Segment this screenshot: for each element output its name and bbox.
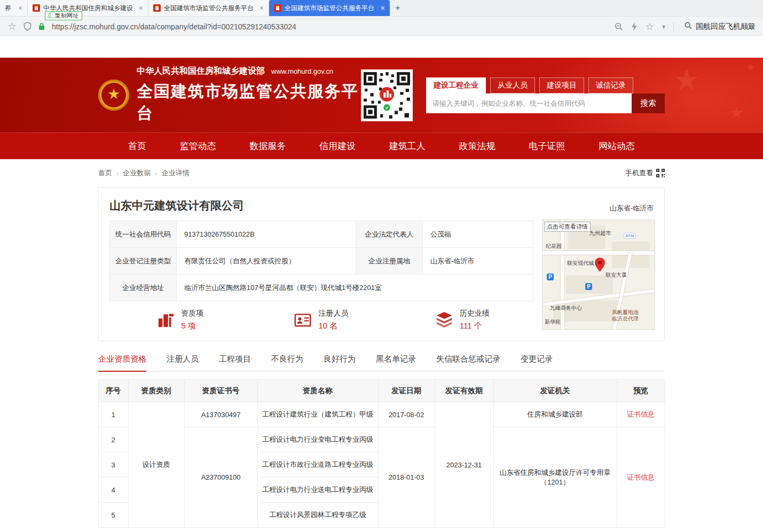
new-tab-button[interactable]: + xyxy=(390,0,406,16)
browser-tab-partial[interactable]: 界 × xyxy=(0,0,28,16)
cert-info-link[interactable]: 证书信息 xyxy=(627,473,655,481)
decorative-star-icon: ★ xyxy=(746,62,756,73)
col-header-serial: 序号 xyxy=(98,380,128,402)
map-label-atm: ATM xyxy=(624,233,635,239)
field-label: 统一社会信用代码 xyxy=(110,221,177,248)
map-widget[interactable]: 点击可查看详情 九州超市 ATM 纪花园 联安现代城 联安大厦 九峰商务中心 新… xyxy=(542,220,655,330)
nav-item-workers[interactable]: 建筑工人 xyxy=(389,140,426,152)
search-tab-credit[interactable]: 诚信记录 xyxy=(588,77,633,93)
stat-qualifications[interactable]: 资质项 5 项 xyxy=(109,309,250,331)
search-tab-personnel[interactable]: 从业人员 xyxy=(490,77,535,93)
breadcrumb-separator: › xyxy=(116,169,119,177)
cert-info-link[interactable]: 证书信息 xyxy=(627,410,655,418)
nav-item-policy[interactable]: 政策法规 xyxy=(459,140,495,152)
zoom-out-icon[interactable] xyxy=(615,22,623,31)
browser-tab-bar: 界 × 中华人民共和国住房和城乡建设 × 全国建筑市场监管公共服务平台 × 全国… xyxy=(0,0,763,17)
cell-issue-date: 2017-08-02 xyxy=(378,402,435,427)
nav-item-certificates[interactable]: 电子证照 xyxy=(529,140,565,152)
col-header-issue-date: 发证日期 xyxy=(378,380,435,402)
info-row: 企业登记注册类型 有限责任公司（自然人投资或控股） 企业注册属地 山东省-临沂市 xyxy=(110,248,533,275)
decorative-star-icon: ★ xyxy=(729,105,744,121)
hot-search-box[interactable]: 国航回应飞机颠簸 xyxy=(673,22,756,32)
breadcrumb-home[interactable]: 首页 xyxy=(98,168,112,178)
tab-title: 界 xyxy=(5,4,15,13)
nav-item-home[interactable]: 首页 xyxy=(128,140,146,152)
browser-tab-active[interactable]: 全国建筑市场监管公共服务平台 × xyxy=(269,0,390,16)
url-text[interactable]: https://jzsc.mohurd.gov.cn/data/company/… xyxy=(52,22,296,31)
tab-title: 全国建筑市场监管公共服务平台 xyxy=(164,4,256,13)
nav-item-supervision[interactable]: 监管动态 xyxy=(180,140,216,152)
search-button[interactable]: 搜索 xyxy=(632,93,665,113)
search-tab-project[interactable]: 建设项目 xyxy=(539,77,584,93)
tab-close-icon[interactable]: × xyxy=(381,4,385,12)
company-name: 山东中元建筑设计有限公司 xyxy=(109,198,654,213)
national-emblem-logo xyxy=(98,80,129,111)
company-region: 山东省-临沂市 xyxy=(610,204,654,213)
cell-preview: 证书信息 xyxy=(617,427,665,528)
map-road xyxy=(542,251,655,255)
tab-bad-behavior[interactable]: 不良行为 xyxy=(271,354,303,371)
field-label: 企业法定代表人 xyxy=(356,221,423,248)
tab-good-behavior[interactable]: 良好行为 xyxy=(324,354,356,371)
stat-historical-performance[interactable]: 历史业绩 111 个 xyxy=(392,309,533,331)
map-label: 纪花园 xyxy=(546,242,562,250)
nav-item-news[interactable]: 网站动态 xyxy=(599,140,635,152)
tab-blacklist[interactable]: 黑名单记录 xyxy=(376,354,416,371)
nav-item-credit[interactable]: 信用建设 xyxy=(319,140,356,152)
shield-icon[interactable] xyxy=(23,22,32,31)
id-card-person-icon xyxy=(294,311,312,329)
tab-close-icon[interactable]: × xyxy=(259,4,264,12)
copy-icon xyxy=(49,13,53,18)
nav-item-data-service[interactable]: 数据服务 xyxy=(249,140,286,152)
stat-value: 111 个 xyxy=(460,321,490,331)
company-stats: 资质项 5 项 注册人员 10 名 历史业绩 111 个 xyxy=(109,309,533,331)
field-value-legal-rep: 公茂福 xyxy=(423,221,533,248)
company-detail-card: 山东中元建筑设计有限公司 山东省-临沂市 统一社会信用代码 9137130267… xyxy=(98,187,665,341)
breadcrumb-detail[interactable]: 企业详情 xyxy=(162,168,190,178)
map-label: 临沂总代理 xyxy=(612,315,639,323)
cell-issue-date: 2018-01-03 xyxy=(378,427,435,528)
search-tab-enterprise[interactable]: 建设工程企业 xyxy=(426,77,486,93)
field-value-reg-type: 有限责任公司（自然人投资或控股） xyxy=(177,248,356,275)
col-header-authority: 发证机关 xyxy=(493,380,617,402)
site-title: 全国建筑市场监管公共服务平台 xyxy=(137,81,361,124)
breadcrumb-enterprise-data[interactable]: 企业数据 xyxy=(123,168,151,178)
field-value-credit-code: 91371302675501022B xyxy=(177,221,356,248)
keyword-search-input[interactable] xyxy=(426,93,632,113)
browser-tab-jzsc[interactable]: 全国建筑市场监管公共服务平台 × xyxy=(148,0,269,16)
search-category-tabs: 建设工程企业 从业人员 建设项目 诚信记录 xyxy=(426,77,665,93)
map-hint-badge: 点击可查看详情 xyxy=(544,222,591,232)
site-header: ★ ★ ★ 中华人民共和国住房和城乡建设部 www.mohurd.gov.cn … xyxy=(0,58,763,132)
cell-serial: 4 xyxy=(98,478,128,503)
chevron-down-icon[interactable]: ▾ xyxy=(662,24,665,30)
tab-registered-personnel[interactable]: 注册人员 xyxy=(167,354,199,371)
tab-qualifications[interactable]: 企业资质资格 xyxy=(98,354,146,372)
building-icon xyxy=(156,311,175,329)
company-info-table: 统一社会信用代码 91371302675501022B 企业法定代表人 公茂福 … xyxy=(109,221,533,301)
field-label: 企业登记注册类型 xyxy=(110,248,177,275)
tab-dishonesty-records[interactable]: 失信联合惩戒记录 xyxy=(436,354,500,371)
address-bar: ☆ https://jzsc.mohurd.gov.cn/data/compan… xyxy=(0,17,763,36)
tab-change-records[interactable]: 变更记录 xyxy=(521,354,553,371)
mobile-view-button[interactable]: 手机查看 xyxy=(625,168,665,178)
header-search-area: 建设工程企业 从业人员 建设项目 诚信记录 搜索 xyxy=(426,77,665,113)
flash-icon[interactable] xyxy=(631,22,638,31)
map-road xyxy=(561,220,564,330)
map-label: 新华苑 xyxy=(545,318,561,326)
bookmark-star-icon[interactable]: ☆ xyxy=(7,21,17,32)
tab-close-icon[interactable]: × xyxy=(139,4,143,12)
site-brand[interactable]: 中华人民共和国住房和城乡建设部 www.mohurd.gov.cn 全国建筑市场… xyxy=(98,66,361,124)
brand-text: 中华人民共和国住房和城乡建设部 www.mohurd.gov.cn 全国建筑市场… xyxy=(137,66,361,124)
tab-projects[interactable]: 工程项目 xyxy=(219,354,251,371)
parking-icon: P xyxy=(585,283,592,290)
field-value-address: 临沂市兰山区陶然路107号星河晶都（联安）现代城1号楼2201室 xyxy=(177,275,533,301)
stat-registered-personnel[interactable]: 注册人员 10 名 xyxy=(250,309,391,331)
tab-close-icon[interactable]: × xyxy=(18,4,22,12)
cell-serial: 5 xyxy=(98,503,128,528)
detail-section-tabs: 企业资质资格 注册人员 工程项目 不良行为 良好行为 黑名单记录 失信联合惩戒记… xyxy=(98,354,665,372)
favorite-star-icon[interactable]: ☆ xyxy=(646,22,654,32)
field-value-reg-place: 山东省-临沂市 xyxy=(423,248,533,275)
stat-label: 注册人员 xyxy=(318,309,348,318)
col-header-cert-no: 资质证书号 xyxy=(184,380,257,402)
stat-value: 5 项 xyxy=(181,321,203,331)
